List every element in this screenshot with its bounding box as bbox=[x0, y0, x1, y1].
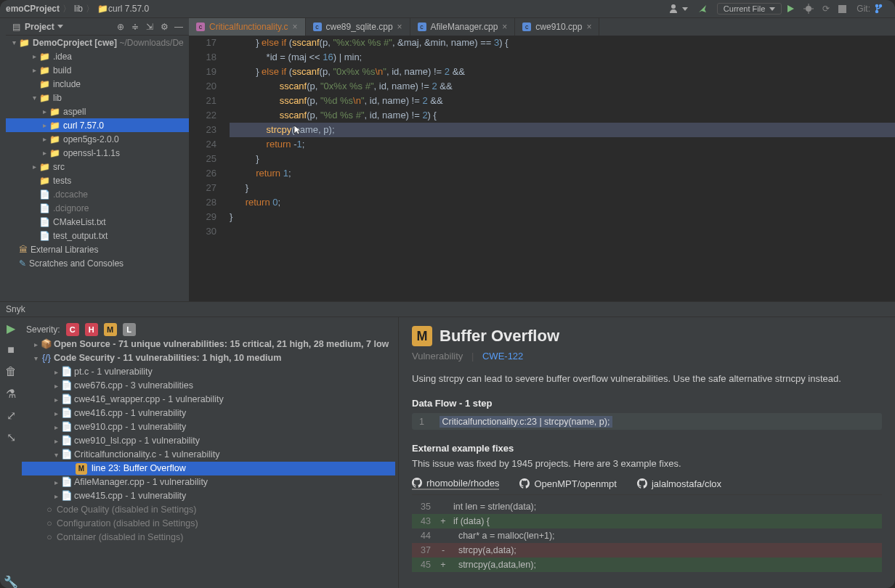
code-body[interactable]: } else if (sscanf(p, "%x:%x %s #", &maj,… bbox=[230, 36, 895, 301]
tree-item[interactable]: ▸📁aspell bbox=[6, 105, 189, 118]
close-icon[interactable]: × bbox=[292, 22, 297, 32]
sev-critical-badge[interactable]: C bbox=[66, 323, 79, 336]
folder-icon: 📁 bbox=[97, 4, 108, 14]
code-editor[interactable]: 1718192021222324252627282930 } else if (… bbox=[189, 36, 895, 301]
users-icon[interactable] bbox=[665, 1, 692, 16]
tree-item[interactable]: 📄CMakeList.txt bbox=[6, 215, 189, 229]
diff-view: 35 int len = strlen(data);43+ if (data) … bbox=[412, 499, 882, 572]
tree-item[interactable]: 📄test_output.txt bbox=[6, 229, 189, 242]
findings-file[interactable]: ▸📄AfileManager.cpp - 1 vulnerability bbox=[22, 475, 395, 489]
svg-point-5 bbox=[880, 5, 882, 7]
tree-external[interactable]: 🏛External Libraries bbox=[6, 242, 189, 256]
run-config-dropdown[interactable]: Current File bbox=[717, 3, 782, 15]
collapse-all-icon[interactable]: ⇲ bbox=[144, 21, 155, 33]
stop-icon[interactable] bbox=[834, 1, 851, 16]
finding-description: Using strcpy can lead to severe buffer o… bbox=[412, 372, 882, 386]
clean-icon[interactable]: 🗑 bbox=[4, 365, 17, 378]
svg-point-3 bbox=[876, 5, 878, 7]
run-scan-icon[interactable]: ▶ bbox=[4, 322, 17, 335]
breadcrumb-curl[interactable]: curl 7.57.0 bbox=[108, 4, 149, 14]
project-pane-title[interactable]: Project bbox=[25, 22, 54, 32]
findings-file[interactable]: ▸📄cwe415.cpp - 1 vulnerability bbox=[22, 489, 395, 503]
example-fix-tab[interactable]: jalalmostafa/clox bbox=[637, 478, 721, 490]
sev-low-badge[interactable]: L bbox=[123, 323, 136, 336]
findings-open-source[interactable]: ▸📦Open Source - 71 unique vulnerabilitie… bbox=[22, 338, 395, 351]
findings-tree[interactable]: Severity: C H M L ▸📦Open Source - 71 uni… bbox=[22, 317, 398, 588]
stop-scan-icon[interactable]: ■ bbox=[4, 343, 17, 356]
close-icon[interactable]: × bbox=[397, 22, 402, 32]
editor-tab[interactable]: cCriticalfunctionality.c× bbox=[189, 18, 306, 36]
example-fix-tab[interactable]: OpenMPT/openmpt bbox=[519, 478, 616, 490]
cwe-link[interactable]: CWE-122 bbox=[482, 351, 523, 362]
more-run-icon[interactable]: ⟳ bbox=[818, 1, 834, 16]
filter-icon[interactable]: ⚗ bbox=[4, 387, 17, 400]
snyk-toolbar: ▶ ■ 🗑 ⚗ ⤢ ⤡ 🔧 bbox=[0, 317, 22, 588]
editor-tab[interactable]: ccwe910.cpp× bbox=[515, 18, 599, 36]
findings-issue-selected[interactable]: Mline 23: Buffer Overflow bbox=[22, 462, 395, 475]
snyk-panel: ▶ ■ 🗑 ⚗ ⤢ ⤡ 🔧 Severity: C H M L ▸📦Open S… bbox=[0, 317, 895, 588]
findings-code-security[interactable]: ▾{/}Code Security - 11 vulnerabilities: … bbox=[22, 351, 395, 365]
expand-all-icon[interactable]: ≑ bbox=[129, 21, 141, 33]
findings-disabled: ○Container (disabled in Settings) bbox=[22, 531, 395, 544]
severity-filter-row: Severity: C H M L bbox=[22, 322, 395, 338]
tree-root[interactable]: ▾📁DemoCproject [cwe] ~/Downloads/De bbox=[6, 36, 189, 49]
file-type-icon: c bbox=[196, 23, 205, 31]
file-type-icon: c bbox=[522, 23, 531, 31]
finding-type: Vulnerability bbox=[412, 351, 463, 362]
git-label: Git: bbox=[856, 4, 870, 14]
example-fix-tab[interactable]: rhomobile/rhodes bbox=[412, 478, 499, 490]
tree-item[interactable]: ▸📁openssl-1.1.1s bbox=[6, 146, 189, 160]
project-pane-header: ▤ Project ⊕ ≑ ⇲ ⚙ — bbox=[6, 18, 189, 36]
debug-icon[interactable] bbox=[799, 1, 818, 16]
tree-item[interactable]: ▸📁.idea bbox=[6, 49, 189, 63]
diff-line: 45+ strncpy(a,data,len); bbox=[412, 558, 882, 572]
close-icon[interactable]: × bbox=[502, 22, 507, 32]
settings-icon[interactable]: ⚙ bbox=[158, 21, 170, 33]
expand-icon[interactable]: ⤢ bbox=[4, 409, 17, 422]
close-icon[interactable]: × bbox=[586, 22, 591, 32]
findings-file[interactable]: ▸📄cwe416.cpp - 1 vulnerability bbox=[22, 407, 395, 420]
tree-item[interactable]: 📁tests bbox=[6, 173, 189, 187]
tree-item[interactable]: ▸📁src bbox=[6, 160, 189, 173]
fold-column[interactable] bbox=[224, 36, 230, 301]
tree-item[interactable]: 📄.dccache bbox=[6, 187, 189, 201]
build-icon[interactable] bbox=[692, 1, 713, 16]
run-icon[interactable] bbox=[782, 1, 799, 16]
sev-medium-badge[interactable]: M bbox=[104, 323, 117, 336]
sev-high-badge[interactable]: H bbox=[85, 323, 98, 336]
dataflow-code[interactable]: 1 Criticalfunctionality.c:23 | strcpy(na… bbox=[412, 413, 882, 430]
tree-item[interactable]: ▾📁lib bbox=[6, 91, 189, 105]
svg-point-0 bbox=[671, 4, 676, 9]
project-tree[interactable]: ▾📁DemoCproject [cwe] ~/Downloads/De▸📁.id… bbox=[6, 36, 189, 301]
wrench-icon[interactable]: 🔧 bbox=[4, 575, 17, 588]
tree-item[interactable]: 📄.dcignore bbox=[6, 201, 189, 215]
git-branch-icon[interactable] bbox=[870, 1, 889, 16]
fixes-sub: This issue was fixed by 1945 projects. H… bbox=[412, 458, 882, 469]
breadcrumb-project[interactable]: emoCProject bbox=[6, 4, 60, 14]
collapse-icon[interactable]: ⤡ bbox=[4, 430, 17, 444]
tree-item[interactable]: ▸📁curl 7.57.0 bbox=[6, 118, 189, 132]
findings-file[interactable]: ▸📄cwe910.cpp - 1 vulnerability bbox=[22, 420, 395, 434]
findings-file[interactable]: ▸📄cwe910_lsl.cpp - 1 vulnerability bbox=[22, 434, 395, 448]
breadcrumb-lib[interactable]: lib bbox=[74, 4, 83, 14]
tree-item[interactable]: 📁include bbox=[6, 77, 189, 91]
svg-point-1 bbox=[806, 6, 811, 12]
select-opened-icon[interactable]: ⊕ bbox=[115, 21, 126, 33]
findings-file[interactable]: ▾📄Criticalfunctionality.c - 1 vulnerabil… bbox=[22, 448, 395, 462]
project-pane-dd[interactable] bbox=[57, 25, 63, 28]
tree-scratches[interactable]: ✎Scratches and Consoles bbox=[6, 256, 189, 270]
snyk-toolwindow-tab[interactable]: Snyk bbox=[0, 301, 895, 317]
findings-file[interactable]: ▸📄cwe416_wrapper.cpp - 1 vulnerability bbox=[22, 393, 395, 407]
tree-item[interactable]: ▸📁build bbox=[6, 63, 189, 77]
project-view-icon[interactable]: ▤ bbox=[10, 21, 22, 33]
editor-tab[interactable]: ccwe89_sqlite.cpp× bbox=[306, 18, 410, 36]
editor-tab[interactable]: cAfileManager.cpp× bbox=[410, 18, 516, 36]
tree-item[interactable]: ▸📁open5gs-2.0.0 bbox=[6, 132, 189, 146]
findings-disabled: ○Code Quality (disabled in Settings) bbox=[22, 503, 395, 517]
fixes-title: External example fixes bbox=[412, 443, 882, 454]
findings-file[interactable]: ▸📄cwe676.cpp - 3 vulnerabilities bbox=[22, 379, 395, 393]
findings-file[interactable]: ▸📄pt.c - 1 vulnerability bbox=[22, 365, 395, 379]
titlebar: emoCProject 〉 lib 〉 📁 curl 7.57.0 Curren… bbox=[0, 0, 895, 18]
hide-icon[interactable]: — bbox=[173, 21, 185, 33]
severity-label: Severity: bbox=[26, 324, 60, 335]
